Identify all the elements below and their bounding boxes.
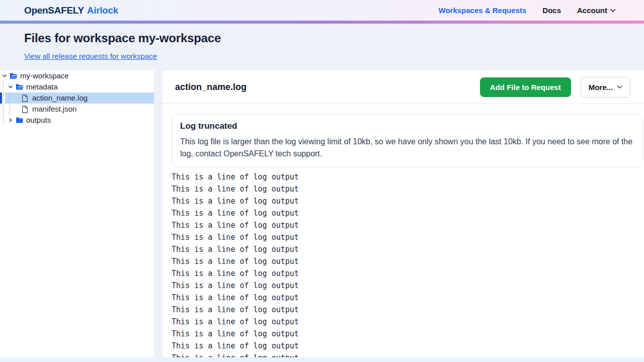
file-title: action_name.log — [175, 82, 247, 93]
file-detail-panel: action_name.log Add File to Request More… — [163, 70, 644, 357]
notice-body: This log file is larger than the log vie… — [180, 136, 634, 160]
chevron-down-icon — [610, 9, 616, 13]
chevron-down-icon — [617, 85, 622, 89]
file-tree-sidebar: my-workspace metadata action_name.log ma… — [0, 70, 154, 357]
file-icon — [22, 106, 30, 113]
tree-item-manifest-json[interactable]: manifest.json — [0, 104, 154, 115]
brand-primary-text: OpenSAFELY — [24, 5, 84, 16]
add-file-to-request-button[interactable]: Add File to Request — [480, 77, 571, 97]
nav-link-docs[interactable]: Docs — [542, 6, 561, 15]
page-title: Files for workspace my-workspace — [24, 31, 620, 45]
view-release-requests-link[interactable]: View all release requests for workspace — [24, 52, 157, 60]
chevron-down-icon — [2, 73, 10, 78]
more-button-label: More... — [589, 83, 613, 92]
brand-secondary-text: Airlock — [87, 5, 118, 16]
panel-actions: Add File to Request More... — [480, 77, 630, 98]
log-output: This is a line of log output This is a l… — [172, 171, 643, 357]
nav-link-workspaces-and-requests[interactable]: Workspaces & Requests — [439, 6, 527, 15]
log-truncated-card: Log truncated This log file is larger th… — [172, 114, 643, 167]
nav-link-account-label: Account — [577, 6, 607, 15]
panel-body: Log truncated This log file is larger th… — [163, 104, 644, 357]
app-root: OpenSAFELY Airlock Workspaces & Requests… — [0, 0, 644, 362]
chevron-right-icon — [8, 118, 16, 123]
file-tree: my-workspace metadata action_name.log ma… — [0, 70, 154, 126]
folder-open-icon — [16, 83, 24, 90]
file-icon — [22, 95, 30, 102]
tree-item-outputs[interactable]: outputs — [0, 115, 154, 126]
notice-heading: Log truncated — [180, 121, 634, 131]
page-header: Files for workspace my-workspace View al… — [0, 24, 644, 70]
folder-open-icon — [10, 72, 18, 79]
tree-item-action-name-log[interactable]: action_name.log — [0, 93, 154, 104]
nav-links: Workspaces & Requests Docs Account — [439, 6, 616, 15]
tree-item-metadata[interactable]: metadata — [0, 81, 154, 93]
top-navbar: OpenSAFELY Airlock Workspaces & Requests… — [0, 0, 644, 21]
brand-logo[interactable]: OpenSAFELY Airlock — [24, 5, 118, 16]
more-button[interactable]: More... — [581, 77, 630, 98]
folder-closed-icon — [16, 117, 24, 124]
chevron-down-icon — [8, 84, 16, 89]
tree-item-my-workspace[interactable]: my-workspace — [0, 70, 154, 81]
footer-strip — [0, 357, 644, 362]
nav-link-account[interactable]: Account — [577, 6, 616, 15]
workspace-layout: my-workspace metadata action_name.log ma… — [0, 70, 644, 357]
panel-header: action_name.log Add File to Request More… — [163, 70, 644, 104]
